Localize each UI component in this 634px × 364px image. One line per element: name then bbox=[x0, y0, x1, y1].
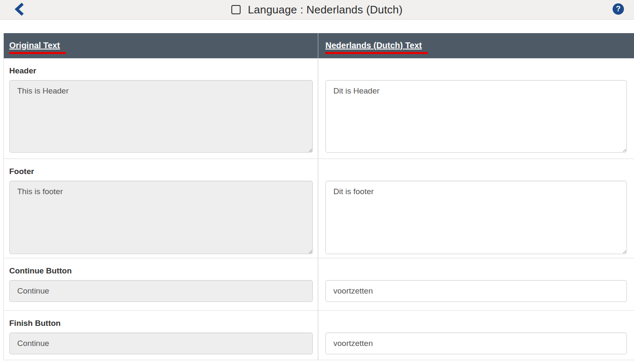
back-button[interactable] bbox=[12, 2, 27, 18]
table-row-continue-button: Continue Button bbox=[4, 258, 634, 311]
field-label-header: Header bbox=[9, 65, 318, 77]
title-group: Language : Nederlands (Dutch) bbox=[231, 3, 403, 16]
chevron-left-icon bbox=[14, 2, 24, 18]
field-label-finish: Finish Button bbox=[9, 317, 318, 329]
field-label-continue: Continue Button bbox=[9, 265, 318, 277]
original-footer-textarea: This is footer bbox=[9, 181, 313, 254]
language-checkbox[interactable] bbox=[231, 5, 241, 14]
translation-finish-input[interactable] bbox=[325, 333, 627, 354]
help-icon[interactable]: ? bbox=[613, 3, 624, 15]
field-label-footer: Footer bbox=[9, 166, 318, 177]
original-continue-input bbox=[9, 280, 313, 302]
translation-text-column-header: Nederlands (Dutch) Text bbox=[325, 41, 428, 54]
table-header-row: Original Text Nederlands (Dutch) Text bbox=[4, 33, 634, 58]
translation-table: Original Text Nederlands (Dutch) Text He… bbox=[3, 33, 634, 360]
cell-translation-header: Dit is Header bbox=[318, 58, 634, 159]
header-cell-translation: Nederlands (Dutch) Text bbox=[318, 33, 634, 58]
cell-original-header: Header This is Header bbox=[4, 58, 318, 159]
header-cell-original: Original Text bbox=[4, 33, 318, 58]
original-finish-input bbox=[9, 333, 313, 354]
top-bar: Language : Nederlands (Dutch) ? bbox=[0, 0, 634, 20]
translation-footer-textarea[interactable]: Dit is footer bbox=[325, 181, 627, 254]
original-header-textarea: This is Header bbox=[9, 80, 313, 153]
cell-original-continue: Continue Button bbox=[4, 258, 318, 310]
cell-translation-footer: Dit is footer bbox=[318, 159, 634, 258]
cell-translation-continue bbox=[318, 258, 634, 310]
page-title: Language : Nederlands (Dutch) bbox=[248, 3, 403, 16]
translation-header-textarea[interactable]: Dit is Header bbox=[325, 80, 627, 153]
cell-original-finish: Finish Button bbox=[4, 311, 318, 360]
original-text-column-header: Original Text bbox=[9, 41, 66, 54]
translation-continue-input[interactable] bbox=[325, 280, 627, 302]
table-row-finish-button: Finish Button bbox=[4, 311, 634, 360]
table-row-footer: Footer This is footer Dit is footer bbox=[4, 159, 634, 258]
table-row-header: Header This is Header Dit is Header bbox=[4, 58, 634, 159]
cell-translation-finish bbox=[318, 311, 634, 360]
cell-original-footer: Footer This is footer bbox=[4, 159, 318, 258]
